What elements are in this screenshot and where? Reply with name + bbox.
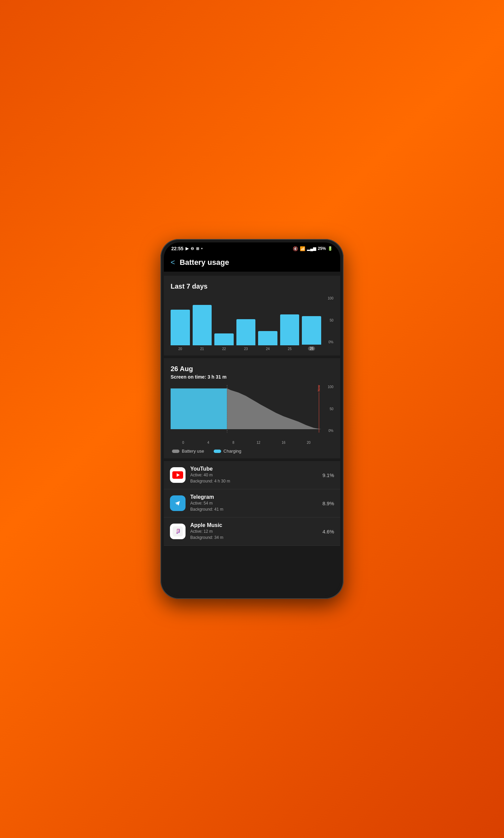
y-label-50: 50: [330, 319, 334, 322]
bar-22: [214, 334, 234, 345]
now-line-bar: [319, 392, 319, 432]
apple-music-active: Active: 12 m: [190, 528, 318, 534]
youtube-info: YouTube Active: 40 m Background: 4 h 30 …: [190, 466, 318, 484]
status-time: 22:55: [171, 246, 183, 251]
mute-icon: 🔇: [293, 246, 298, 251]
telegram-app-icon: [170, 495, 185, 511]
apps-section: YouTube Active: 40 m Background: 4 h 30 …: [164, 461, 340, 546]
top-bar: < Battery usage: [164, 253, 340, 272]
bar-label-26: 26: [308, 346, 315, 351]
apple-music-background: Background: 34 m: [190, 534, 318, 541]
area-chart-x-labels: 0 4 8 12 16 20: [170, 441, 334, 444]
bar-label-23: 23: [244, 347, 248, 351]
day-date: 26 Aug: [170, 365, 334, 373]
app-item-youtube[interactable]: YouTube Active: 40 m Background: 4 h 30 …: [164, 461, 340, 489]
telegram-background: Background: 41 m: [190, 506, 318, 512]
last-7-days-title: Last 7 days: [170, 283, 334, 290]
bars-area: 20 21 22: [170, 303, 321, 351]
bar-col-26: 26: [302, 303, 321, 351]
youtube-name: YouTube: [190, 466, 318, 472]
legend-battery-use: Battery use: [172, 448, 204, 454]
scroll-content[interactable]: Last 7 days 20 21: [164, 272, 340, 596]
bar-24: [258, 331, 277, 345]
bar-label-24: 24: [266, 347, 270, 351]
app-item-apple-music[interactable]: Apple Music Active: 12 m Background: 34 …: [164, 517, 340, 546]
app-item-telegram[interactable]: Telegram Active: 54 m Background: 41 m 8…: [164, 489, 340, 517]
status-bar: 22:55 ▶ ⊖ ⊞ • 🔇 📶 ▂▄▆ 25% 🔋: [164, 242, 340, 253]
area-y-0: 0%: [329, 429, 334, 432]
bar-26: [302, 316, 321, 345]
y-label-100: 100: [328, 296, 334, 300]
telegram-icon-svg: [173, 498, 183, 508]
screen-on-time: Screen on time: 3 h 31 m: [170, 374, 334, 380]
bar-chart-y-axis: 100 50 0%: [328, 296, 334, 344]
bar-21: [193, 305, 212, 345]
svg-point-11: [178, 531, 180, 533]
youtube-background: Background: 4 h 30 m: [190, 478, 318, 484]
bar-chart: 20 21 22: [170, 296, 334, 351]
x-label-16: 16: [271, 441, 296, 444]
bar-label-20: 20: [178, 347, 182, 351]
dnd-icon: ⊖: [191, 246, 194, 251]
x-label-8: 8: [221, 441, 246, 444]
bar-col-20: 20: [170, 303, 190, 351]
bar-label-25: 25: [288, 347, 292, 351]
apple-music-icon-svg: [173, 526, 183, 536]
back-button[interactable]: <: [167, 257, 178, 268]
x-label-12: 12: [246, 441, 271, 444]
battery-use-label: Battery use: [182, 448, 204, 454]
now-line: Now: [317, 385, 321, 432]
area-chart-wrapper: Now 100 50 0%: [170, 385, 334, 439]
apple-music-name: Apple Music: [190, 522, 318, 528]
apple-music-info: Apple Music Active: 12 m Background: 34 …: [190, 522, 318, 541]
x-label-0: 0: [170, 441, 196, 444]
apple-music-app-icon: [170, 524, 185, 539]
battery-text: 25%: [318, 246, 326, 251]
signal-icon: ▂▄▆: [307, 246, 316, 251]
svg-point-10: [176, 532, 178, 534]
battery-icon: 🔋: [328, 246, 333, 251]
area-y-50: 50: [330, 407, 334, 411]
svg-rect-6: [173, 526, 183, 536]
bar-25: [280, 314, 300, 345]
area-y-100: 100: [328, 385, 334, 389]
last-7-days-section: Last 7 days 20 21: [164, 276, 340, 356]
chart-legend: Battery use Charging: [170, 448, 334, 454]
bar-23: [236, 319, 256, 345]
youtube-icon-svg: [172, 471, 183, 479]
bar-label-21: 21: [200, 347, 204, 351]
svg-marker-0: [170, 389, 227, 429]
telegram-percent: 8.9%: [323, 500, 334, 506]
svg-marker-1: [227, 389, 322, 429]
area-chart-y-axis: 100 50 0%: [328, 385, 334, 432]
bar-col-23: 23: [236, 303, 256, 351]
bar-col-25: 25: [280, 303, 300, 351]
phone-frame: 22:55 ▶ ⊖ ⊞ • 🔇 📶 ▂▄▆ 25% 🔋 < Battery us…: [160, 239, 344, 599]
legend-charging: Charging: [214, 448, 241, 454]
x-label-4: 4: [196, 441, 221, 444]
bar-20: [170, 310, 190, 345]
area-chart: [170, 385, 321, 432]
bar-col-21: 21: [193, 303, 212, 351]
bar-col-22: 22: [214, 303, 234, 351]
x-label-20: 20: [296, 441, 321, 444]
day-detail-section: 26 Aug Screen on time: 3 h 31 m Now: [164, 358, 340, 458]
youtube-percent: 9.1%: [323, 472, 334, 478]
cast-icon: ⊞: [196, 246, 199, 251]
wifi-icon: 📶: [300, 246, 305, 251]
telegram-info: Telegram Active: 54 m Background: 41 m: [190, 494, 318, 512]
bar-label-22: 22: [222, 347, 226, 351]
apple-music-percent: 4.6%: [323, 529, 334, 534]
y-label-0: 0%: [329, 340, 334, 344]
page-title: Battery usage: [180, 258, 229, 267]
now-label: Now: [317, 385, 321, 392]
dot-icon: •: [201, 246, 203, 251]
media-icon: ▶: [185, 246, 188, 251]
charging-icon: [214, 449, 221, 453]
charging-label: Charging: [223, 448, 241, 454]
phone-screen: 22:55 ▶ ⊖ ⊞ • 🔇 📶 ▂▄▆ 25% 🔋 < Battery us…: [164, 242, 340, 596]
battery-use-icon: [172, 449, 179, 453]
bar-col-24: 24: [258, 303, 277, 351]
youtube-app-icon: [170, 467, 185, 483]
youtube-active: Active: 40 m: [190, 472, 318, 478]
